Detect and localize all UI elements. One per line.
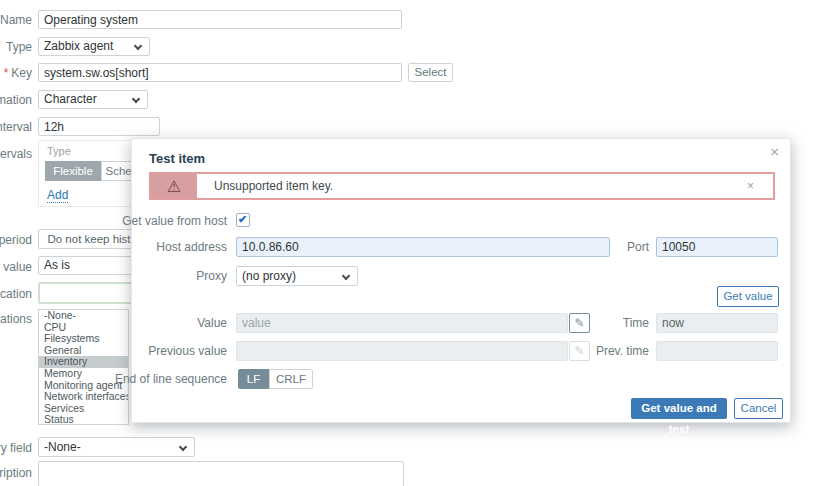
list-item[interactable]: Status — [39, 414, 128, 425]
get-value-button[interactable]: Get value — [717, 286, 779, 307]
get-value-from-host-checkbox[interactable]: ✔ — [236, 213, 250, 227]
warning-icon: ⚠ — [151, 174, 197, 198]
type-of-information-label: rmation — [0, 93, 32, 107]
prev-time-label: Prev. time — [562, 344, 649, 358]
proxy-select[interactable]: (no proxy) — [236, 266, 358, 286]
name-input[interactable] — [38, 10, 402, 29]
item-form-page: *Name Type Zabbix agent *Key Select rmat… — [0, 0, 830, 486]
get-value-from-host-label: Get value from host — [102, 214, 227, 228]
list-item[interactable]: Network interfaces — [39, 391, 128, 403]
dialog-close-icon[interactable]: × — [770, 144, 779, 159]
previous-value-input — [236, 341, 568, 361]
update-interval-label: interval — [0, 120, 32, 134]
proxy-label: Proxy — [102, 269, 227, 283]
update-interval-input[interactable] — [38, 117, 160, 136]
applications-label: ications — [0, 312, 32, 326]
chevron-down-icon — [342, 272, 350, 280]
type-of-information-value: Character — [44, 92, 97, 106]
chevron-down-icon — [134, 42, 142, 50]
value-label: Value — [102, 316, 227, 330]
chevron-down-icon — [132, 95, 140, 103]
test-item-dialog: Test item × ⚠ Unsupported item key. × Ge… — [131, 138, 791, 423]
interval-flexible-button[interactable]: Flexible — [45, 161, 101, 181]
type-of-information-select[interactable]: Character — [38, 90, 148, 109]
inventory-field-label: ory field — [0, 441, 32, 455]
prev-time-input — [656, 341, 778, 361]
previous-value-label: Previous value — [102, 344, 227, 358]
eol-lf-button[interactable]: LF — [238, 369, 269, 389]
cancel-button[interactable]: Cancel — [734, 398, 783, 419]
inventory-field-select[interactable]: -None- — [38, 437, 195, 457]
host-address-input[interactable] — [236, 237, 610, 257]
chevron-down-icon — [179, 443, 187, 451]
show-value-label: w value — [0, 260, 32, 274]
port-label: Port — [562, 240, 649, 254]
history-period-label: e period — [0, 233, 32, 247]
time-input — [656, 313, 778, 333]
show-value-value: As is — [44, 258, 70, 272]
key-label: *Key — [0, 66, 32, 80]
warning-message: Unsupported item key. — [197, 174, 747, 198]
type-label: Type — [0, 40, 32, 54]
checkmark-icon: ✔ — [238, 213, 247, 226]
value-input — [236, 313, 568, 333]
proxy-value: (no proxy) — [242, 269, 296, 283]
inventory-field-value: -None- — [44, 440, 81, 454]
required-mark: * — [4, 66, 9, 80]
port-input[interactable] — [656, 237, 778, 257]
host-address-label: Host address — [102, 240, 227, 254]
eol-crlf-button[interactable]: CRLF — [269, 369, 313, 389]
end-of-line-sequence-label: End of line sequence — [102, 372, 227, 386]
dialog-title: Test item — [149, 151, 205, 166]
key-input[interactable] — [38, 63, 402, 82]
new-application-label: plication — [0, 287, 32, 301]
description-label: scription — [0, 466, 32, 480]
type-select[interactable]: Zabbix agent — [38, 37, 150, 56]
intervals-type-header: Type — [47, 145, 71, 157]
description-textarea[interactable] — [38, 461, 404, 486]
warning-message-box: ⚠ Unsupported item key. × — [149, 172, 775, 200]
get-value-and-test-button[interactable]: Get value and test — [631, 398, 727, 419]
name-label: *Name — [0, 13, 32, 27]
warning-close-icon[interactable]: × — [747, 174, 773, 198]
add-interval-link[interactable]: Add — [47, 188, 68, 203]
key-select-button[interactable]: Select — [408, 63, 453, 82]
custom-intervals-label: ntervals — [0, 147, 32, 161]
time-label: Time — [562, 316, 649, 330]
type-select-value: Zabbix agent — [44, 39, 113, 53]
